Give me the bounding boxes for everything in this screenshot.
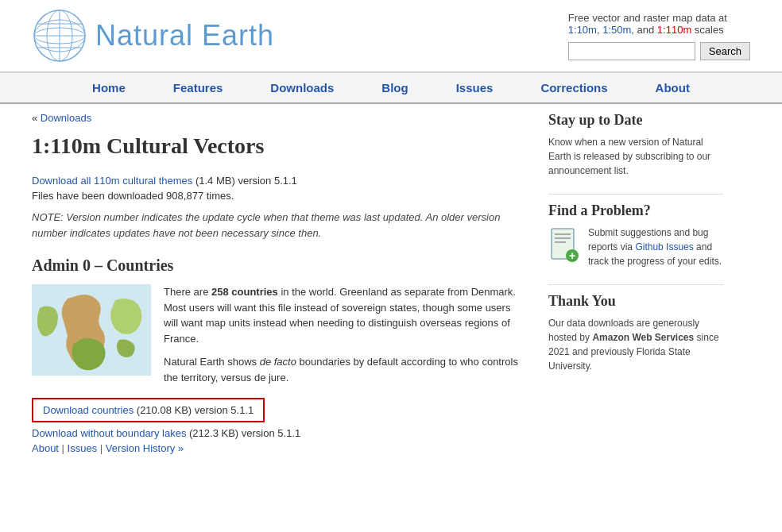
country-section: There are 258 countries in the world. Gr… xyxy=(32,284,525,385)
download-all-link[interactable]: Download all 110m cultural themes xyxy=(32,175,196,187)
tagline-link-10m[interactable]: 1:10m xyxy=(568,24,597,36)
about-issues-links: About | Issues | Version History » xyxy=(32,442,525,454)
nav-corrections[interactable]: Corrections xyxy=(517,73,631,102)
page-title: 1:110m Cultural Vectors xyxy=(32,133,525,159)
sidebar: Stay up to Date Know when a new version … xyxy=(548,112,723,454)
about-link[interactable]: About xyxy=(32,442,59,454)
tagline-line1: Free vector and raster map data at xyxy=(568,12,727,24)
desc-bold1: 258 countries xyxy=(211,286,278,298)
bug-icon: + xyxy=(548,226,580,265)
svg-text:+: + xyxy=(569,249,575,262)
separator1: | xyxy=(62,442,68,454)
download-all-text: Download all 110m cultural themes xyxy=(32,175,192,187)
svg-rect-12 xyxy=(555,241,566,243)
header-right: Free vector and raster map data at 1:10m… xyxy=(568,12,750,60)
sidebar-stayuptodate: Stay up to Date Know when a new version … xyxy=(548,112,723,178)
sidebar-thankyou-heading: Thank You xyxy=(548,293,723,310)
note-text: NOTE: Version number indicates the updat… xyxy=(32,210,525,241)
download-all-line: Download all 110m cultural themes (1.4 M… xyxy=(32,175,525,187)
download-countries-version: version 5.1.1 xyxy=(195,404,254,416)
tagline-link-110m[interactable]: 1:110m xyxy=(657,24,691,36)
logo-area: Natural Earth xyxy=(32,8,274,64)
sidebar-divider2 xyxy=(548,284,723,285)
admin0-heading: Admin 0 – Countries xyxy=(32,256,525,275)
find-problem-area: + Submit suggestions and bug reports via… xyxy=(548,226,723,268)
breadcrumb-link[interactable]: Downloads xyxy=(41,112,91,124)
sidebar-divider1 xyxy=(548,194,723,195)
main-container: « Downloads 1:110m Cultural Vectors Down… xyxy=(0,104,782,462)
country-map xyxy=(32,284,151,376)
desc-part3: Natural Earth shows xyxy=(164,356,257,368)
nav-home[interactable]: Home xyxy=(68,73,149,102)
issues-link[interactable]: Issues xyxy=(68,442,98,454)
sidebar-findproblem-heading: Find a Problem? xyxy=(548,202,723,219)
sidebar-findproblem-text: Submit suggestions and bug reports via G… xyxy=(588,226,723,268)
nav-downloads[interactable]: Downloads xyxy=(246,73,358,102)
thankyou-bold: Amazon Web Services xyxy=(592,332,694,343)
desc-part1: There are xyxy=(164,286,208,298)
search-button[interactable]: Search xyxy=(700,42,750,60)
tagline-link-50m[interactable]: 1:50m xyxy=(602,24,631,36)
download-highlighted-box: Download countries (210.08 KB) version 5… xyxy=(32,398,265,422)
download-nolakes-version: version 5.1.1 xyxy=(242,427,300,439)
content: « Downloads 1:110m Cultural Vectors Down… xyxy=(32,112,525,454)
desc-italic: de facto xyxy=(260,356,296,368)
download-nolakes-text: Download without boundary lakes xyxy=(32,427,186,439)
version-history-link[interactable]: Version History » xyxy=(106,442,184,454)
search-input[interactable] xyxy=(568,42,695,60)
country-description: There are 258 countries in the world. Gr… xyxy=(164,284,525,385)
globe-icon xyxy=(32,8,87,64)
download-countries-size: (210.08 KB) xyxy=(137,404,192,416)
download-all-version: version 5.1.1 xyxy=(238,175,296,187)
breadcrumb-prefix: « xyxy=(32,112,37,124)
download-nolakes-size: (212.3 KB) xyxy=(189,427,238,439)
tagline: Free vector and raster map data at 1:10m… xyxy=(568,12,750,36)
nav-about[interactable]: About xyxy=(632,73,714,102)
header: Natural Earth Free vector and raster map… xyxy=(0,0,782,72)
nav-issues[interactable]: Issues xyxy=(432,73,517,102)
download-countries-link[interactable]: Download countries xyxy=(43,404,137,416)
svg-rect-10 xyxy=(555,233,571,235)
nav: Home Features Downloads Blog Issues Corr… xyxy=(0,72,782,104)
downloads-count: Files have been downloaded 908,877 times… xyxy=(32,190,525,202)
download-countries-text: Download countries xyxy=(43,404,134,416)
download-nolakes-link[interactable]: Download without boundary lakes xyxy=(32,427,189,439)
logo-text: Natural Earth xyxy=(95,19,274,52)
separator2: | xyxy=(100,442,106,454)
svg-rect-11 xyxy=(555,237,571,239)
nav-blog[interactable]: Blog xyxy=(358,73,432,102)
sidebar-stayuptodate-text: Know when a new version of Natural Earth… xyxy=(548,135,723,178)
breadcrumb: « Downloads xyxy=(32,112,525,124)
search-area: Search xyxy=(568,42,750,60)
sidebar-thankyou-text: Our data downloads are generously hosted… xyxy=(548,316,723,373)
download-links: Download countries (210.08 KB) version 5… xyxy=(32,398,525,454)
download-nolakes-line: Download without boundary lakes (212.3 K… xyxy=(32,427,525,439)
download-all-size: (1.4 MB) xyxy=(196,175,235,187)
sidebar-stayuptodate-heading: Stay up to Date xyxy=(548,112,723,129)
nav-features[interactable]: Features xyxy=(149,73,247,102)
sidebar-findproblem: Find a Problem? + Submit suggestions and… xyxy=(548,202,723,268)
github-issues-link[interactable]: Github Issues xyxy=(635,241,693,253)
sidebar-thankyou: Thank You Our data downloads are generou… xyxy=(548,293,723,373)
